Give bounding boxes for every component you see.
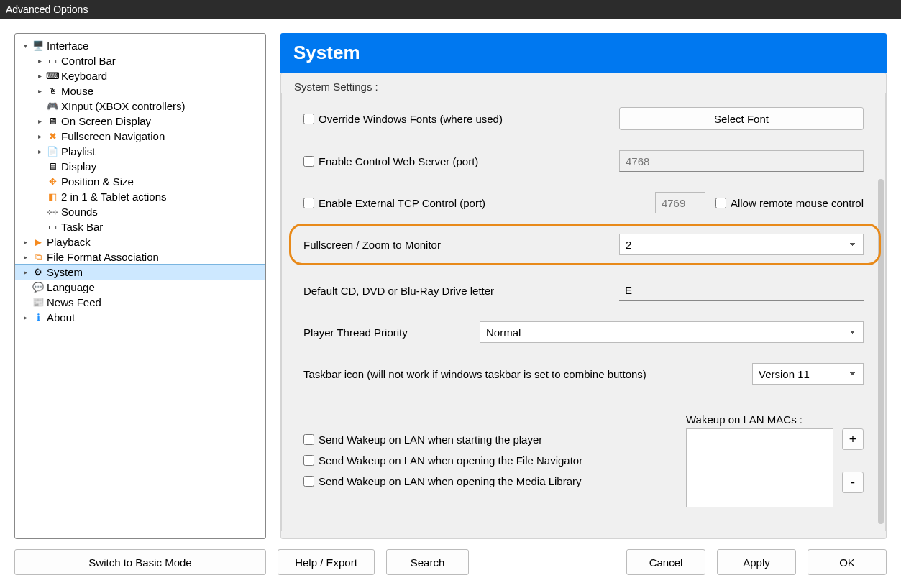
tree-label: Display [61,160,96,173]
enable-tcp-checkbox[interactable]: Enable External TCP Control (port) [303,197,655,209]
web-port-input[interactable] [619,150,864,172]
tcp-port-input[interactable] [655,192,705,213]
switch-basic-button[interactable]: Switch to Basic Mode [14,549,266,575]
expand-icon[interactable]: ▸ [21,238,29,246]
expand-icon[interactable]: ▸ [35,87,44,95]
wol-macs-textarea[interactable] [686,428,833,507]
info-icon: ℹ [32,312,44,323]
tree-item-language[interactable]: ▸ 💬 Language [15,280,265,295]
override-fonts-checkbox[interactable]: Override Windows Fonts (where used) [303,113,619,125]
wol-start-input[interactable] [303,434,314,445]
expand-icon[interactable]: ▸ [35,132,44,140]
tree-item-display[interactable]: ▸ 🖥 Display [29,159,265,174]
allow-remote-mouse-input[interactable] [715,198,726,208]
tree-label: On Screen Display [61,115,151,127]
wol-remove-button[interactable]: - [842,472,864,493]
drive-letter-input[interactable] [619,280,864,301]
scrollbar[interactable] [878,179,884,524]
tree-item-2in1[interactable]: ▸ ◧ 2 in 1 & Tablet actions [29,189,265,204]
tablet-icon: ◧ [47,191,58,203]
tree-label: Playlist [61,145,96,157]
display-icon: 🖥 [47,161,58,173]
tree-label: System [47,266,83,278]
help-export-button[interactable]: Help / Export [278,549,375,575]
enable-web-server-checkbox[interactable]: Enable Control Web Server (port) [303,155,619,167]
tree-item-control-bar[interactable]: ▸ ▭ Control Bar [29,53,265,68]
control-bar-icon: ▭ [47,55,58,67]
tree-item-interface[interactable]: ▾ 🖥️ Interface [15,38,265,53]
window-title: Advanced Options [6,4,88,15]
sidebar-tree[interactable]: ▾ 🖥️ Interface ▸ ▭ Control Bar ▸ ⌨ [14,33,266,539]
tree-label: File Format Association [47,251,159,263]
search-button[interactable]: Search [386,549,469,575]
tree-item-news-feed[interactable]: ▸ 📰 News Feed [15,295,265,310]
tree-label: Sounds [61,206,98,218]
expand-icon[interactable]: ▸ [21,313,29,321]
expand-icon[interactable]: ▸ [35,57,44,65]
tree-label: Fullscreen Navigation [61,130,165,142]
enable-tcp-input[interactable] [303,198,314,208]
fullscreen-monitor-select[interactable]: 2 [619,234,864,255]
tree-label: Playback [47,236,91,248]
tree-item-playback[interactable]: ▸ ▶ Playback [15,234,265,249]
bottom-button-bar: Switch to Basic Mode Help / Export Searc… [0,539,901,588]
tree-item-position-size[interactable]: ▸ ✥ Position & Size [29,174,265,189]
drive-letter-label: Default CD, DVD or Blu-Ray Drive letter [303,285,619,297]
wol-medialib-checkbox[interactable]: Send Wakeup on LAN when opening the Medi… [303,475,582,487]
wol-medialib-input[interactable] [303,476,314,487]
monitor-icon: 🖥 [47,116,58,127]
tools-icon: ✖ [47,131,58,142]
move-icon: ✥ [47,176,58,188]
cancel-button[interactable]: Cancel [626,549,705,575]
tree-label: Position & Size [61,175,134,188]
wol-macs-label: Wakeup on LAN MACs : [686,413,864,426]
wol-filenav-input[interactable] [303,455,314,466]
thread-priority-label: Player Thread Priority [303,326,480,339]
ok-button[interactable]: OK [808,549,887,575]
override-fonts-label: Override Windows Fonts (where used) [319,113,503,125]
expand-icon[interactable]: ▸ [21,253,29,261]
expand-icon[interactable]: ▸ [21,268,29,276]
wol-filenav-checkbox[interactable]: Send Wakeup on LAN when opening the File… [303,454,582,467]
tree-item-mouse[interactable]: ▸ 🖱 Mouse [29,83,265,98]
section-header: System [280,33,887,73]
tree-label: About [47,311,75,323]
tree-item-xinput[interactable]: ▸ 🎮 XInput (XBOX controllers) [29,98,265,114]
tree-item-playlist[interactable]: ▸ 📄 Playlist [29,144,265,159]
wol-filenav-label: Send Wakeup on LAN when opening the File… [319,454,582,467]
wol-add-button[interactable]: + [842,428,864,450]
tree-label: Language [47,281,95,293]
expand-icon[interactable]: ▸ [35,117,44,125]
apply-button[interactable]: Apply [717,549,796,575]
override-fonts-input[interactable] [303,114,314,124]
section-title: System [293,42,360,63]
tree-label: Task Bar [61,221,103,233]
expand-icon[interactable]: ▸ [35,147,44,155]
collapse-icon[interactable]: ▾ [21,42,29,50]
wave-icon: ⊹⊹ [47,206,58,218]
tree-label: News Feed [47,296,101,308]
mouse-icon: 🖱 [47,86,58,97]
tree-item-osd[interactable]: ▸ 🖥 On Screen Display [29,114,265,129]
taskbar-icon-label: Taskbar icon (will not work if windows t… [303,368,752,380]
wol-start-checkbox[interactable]: Send Wakeup on LAN when starting the pla… [303,433,542,446]
tree-label: Mouse [61,85,93,97]
tree-label: XInput (XBOX controllers) [61,100,186,112]
tree-item-file-format[interactable]: ▸ ⧉ File Format Association [15,249,265,265]
thread-priority-select[interactable]: Normal [480,321,864,343]
expand-icon[interactable]: ▸ [35,72,44,80]
tree-item-fullscreen-nav[interactable]: ▸ ✖ Fullscreen Navigation [29,129,265,144]
tree-item-taskbar[interactable]: ▸ ▭ Task Bar [29,219,265,234]
select-font-button[interactable]: Select Font [619,107,864,130]
taskbar-icon-select[interactable]: Version 11 [752,363,864,385]
taskbar-icon: ▭ [47,221,58,233]
allow-remote-mouse-checkbox[interactable]: Allow remote mouse control [715,197,864,209]
tree-label-interface: Interface [47,40,88,52]
tree-item-about[interactable]: ▸ ℹ About [15,310,265,325]
tree-item-keyboard[interactable]: ▸ ⌨ Keyboard [29,68,265,83]
speech-icon: 💬 [32,282,44,293]
tree-item-system[interactable]: ▸ ⚙ System [15,265,265,280]
tree-item-sounds[interactable]: ▸ ⊹⊹ Sounds [29,204,265,219]
enable-web-server-input[interactable] [303,156,314,167]
fullscreen-monitor-label: Fullscreen / Zoom to Monitor [303,239,619,251]
